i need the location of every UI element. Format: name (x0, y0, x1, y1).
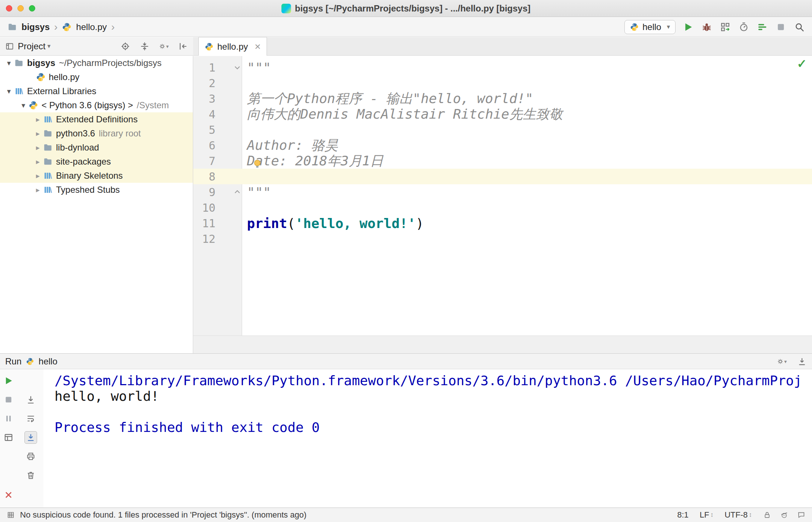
tree-item-extended-definitions[interactable]: ▸Extended Definitions (0, 112, 193, 126)
expander-icon[interactable]: ▸ (33, 171, 43, 180)
pause-output-button[interactable] (4, 414, 13, 423)
line-number: 6 (193, 139, 215, 152)
line-number: 5 (193, 123, 215, 136)
expander-icon[interactable]: ▾ (18, 101, 29, 110)
tree-item-typeshed-stubs[interactable]: ▸Typeshed Stubs (0, 183, 193, 197)
caret-position[interactable]: 8:1 (677, 510, 689, 520)
tree-item-external-libraries[interactable]: ▾External Libraries (0, 84, 193, 98)
expander-icon[interactable]: ▸ (33, 157, 43, 166)
tree-item-site-packages[interactable]: ▸site-packages (0, 155, 193, 169)
breadcrumb-file[interactable]: hello.py (76, 22, 107, 32)
intention-bulb-icon[interactable] (252, 158, 263, 169)
expander-icon[interactable]: ▾ (4, 59, 14, 67)
expander-icon[interactable]: ▸ (33, 115, 43, 124)
chevron-down-icon: ▾ (667, 23, 670, 31)
editor-line-6[interactable]: 6Author: 骆昊 (193, 138, 812, 153)
fullscreen-window-button[interactable] (29, 5, 35, 11)
expander-icon[interactable]: ▸ (33, 185, 43, 194)
minimize-window-button[interactable] (17, 5, 24, 11)
run-button[interactable] (683, 22, 693, 32)
editor-line-8[interactable]: 8 (193, 169, 812, 184)
profile-button[interactable] (739, 22, 749, 32)
close-button[interactable] (4, 490, 13, 500)
tree-item-binary-skeletons[interactable]: ▸Binary Skeletons (0, 169, 193, 183)
stop-button[interactable] (4, 395, 13, 404)
tree-item-suffix: library root (99, 128, 141, 139)
window-controls (6, 0, 35, 17)
fold-marker[interactable] (215, 60, 242, 75)
editor-line-2[interactable]: 2 (193, 75, 812, 91)
project-panel-title[interactable]: Project (18, 41, 46, 52)
fold-marker[interactable] (215, 184, 242, 200)
rerun-button[interactable] (4, 376, 13, 386)
line-number: 9 (193, 186, 215, 199)
editor-line-5[interactable]: 5 (193, 122, 812, 138)
breadcrumb-project[interactable]: bigsys (22, 22, 50, 32)
encoding-widget[interactable]: UTF-8 ↕ (724, 510, 752, 520)
editor-line-1[interactable]: 1""" (193, 60, 812, 75)
tab-hello-py[interactable]: hello.py × (198, 37, 267, 56)
editor-line-12[interactable]: 12 (193, 231, 812, 247)
stop-button[interactable] (776, 22, 786, 32)
folder-icon (14, 58, 24, 68)
search-everywhere-button[interactable] (794, 22, 805, 32)
scroll-from-source-button[interactable] (121, 42, 130, 51)
project-header-buttons: ▾ (121, 42, 188, 51)
editor-line-3[interactable]: 3第一个Python程序 - 输出"hello, world!" (193, 91, 812, 106)
use-soft-wraps-button[interactable] (26, 414, 36, 423)
line-separator-widget[interactable]: LF ↕ (700, 510, 713, 520)
expand-collapse-button[interactable] (140, 42, 149, 51)
editor-line-11[interactable]: 11print('hello, world!') (193, 215, 812, 231)
fold-slot (215, 106, 242, 122)
statusbar-widgets: 8:1 LF ↕ UTF-8 ↕ (677, 510, 805, 520)
clear-all-button[interactable] (26, 470, 36, 480)
hector-inspector-button[interactable] (780, 511, 788, 519)
event-log-button[interactable] (797, 511, 805, 519)
fold-up-icon[interactable] (233, 188, 241, 196)
fold-slot (215, 91, 242, 106)
console-settings-button[interactable]: ▾ (777, 357, 787, 366)
inspection-status-icon[interactable]: ✓ (797, 57, 807, 71)
hide-run-panel-button[interactable] (797, 357, 807, 366)
statusbar-grid-icon[interactable] (7, 511, 15, 519)
concurrency-diagram-button[interactable] (757, 22, 768, 32)
readonly-lock-button[interactable] (763, 511, 771, 519)
scroll-to-end-button[interactable] (24, 431, 37, 444)
statusbar: No suspicious code found. 1 files proces… (0, 508, 812, 522)
editor[interactable]: 1"""23第一个Python程序 - 输出"hello, world!"4向伟… (193, 56, 812, 336)
console-line (55, 404, 812, 420)
hide-panel-button[interactable] (178, 42, 188, 51)
jump-to-end-button[interactable] (26, 395, 36, 404)
expander-icon[interactable]: ▸ (33, 143, 43, 152)
restore-layout-button[interactable] (4, 433, 13, 442)
settings-button[interactable]: ▾ (159, 42, 169, 51)
close-tab-icon[interactable]: × (255, 42, 261, 52)
debug-button[interactable] (702, 22, 712, 32)
run-config-selector[interactable]: hello ▾ (624, 20, 676, 34)
editor-line-4[interactable]: 4向伟大的Dennis MacAlistair Ritchie先生致敬 (193, 106, 812, 122)
run-with-coverage-button[interactable] (720, 22, 730, 32)
chevron-down-icon: ▾ (47, 42, 51, 50)
print-button[interactable] (26, 452, 36, 461)
tree-item-python-3-6-bigsys[interactable]: ▾< Python 3.6 (bigsys) >/System (0, 98, 193, 112)
python-icon (630, 23, 639, 32)
editor-code: 1"""23第一个Python程序 - 输出"hello, world!"4向伟… (193, 56, 812, 336)
tree-item-lib-dynload[interactable]: ▸lib-dynload (0, 141, 193, 155)
editor-line-7[interactable]: 7Date: 2018年3月1日 (193, 153, 812, 169)
tree-item-label: site-packages (56, 156, 111, 167)
fold-down-icon[interactable] (233, 63, 241, 72)
titlebar: bigsys [~/PycharmProjects/bigsys] - .../… (0, 0, 812, 17)
python-file-icon (62, 22, 72, 32)
tree-item-python3-6[interactable]: ▸python3.6library root (0, 126, 193, 141)
project-tree-panel: ▾bigsys~/PycharmProjects/bigsyshello.py▾… (0, 56, 193, 353)
tree-item-label: External Libraries (27, 86, 96, 96)
expander-icon[interactable]: ▸ (33, 129, 43, 138)
tree-item-bigsys[interactable]: ▾bigsys~/PycharmProjects/bigsys (0, 56, 193, 70)
expander-icon[interactable]: ▾ (4, 87, 14, 96)
console-line: hello, world! (55, 389, 812, 404)
editor-line-10[interactable]: 10 (193, 200, 812, 215)
tree-item-hello-py[interactable]: hello.py (0, 70, 193, 84)
close-window-button[interactable] (6, 5, 12, 11)
editor-line-9[interactable]: 9""" (193, 184, 812, 200)
console-output[interactable]: /System/Library/Frameworks/Python.framew… (43, 369, 812, 508)
